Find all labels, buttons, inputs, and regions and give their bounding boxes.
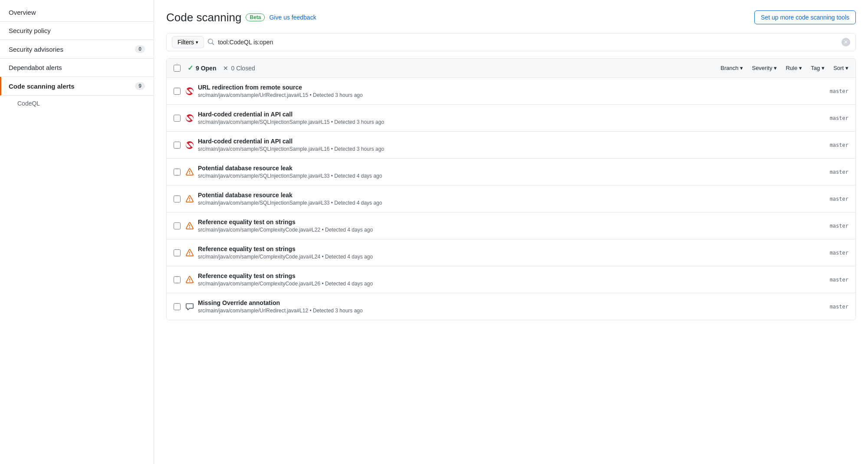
feedback-link[interactable]: Give us feedback [269, 14, 316, 21]
sidebar-badge: 9 [135, 82, 145, 90]
sidebar-item-label: Security advisories [9, 46, 63, 53]
title-group: Code scanning Beta Give us feedback [166, 11, 316, 24]
search-input[interactable] [218, 39, 842, 46]
alert-content: Potential database resource leak src/mai… [198, 165, 821, 179]
alert-row[interactable]: URL redirection from remote source src/m… [167, 78, 855, 105]
alert-checkbox[interactable] [174, 276, 181, 283]
alert-row[interactable]: Hard-coded credential in API call src/ma… [167, 105, 855, 132]
alert-meta: src/main/java/com/sample/SQLInjectionSam… [198, 173, 821, 179]
alert-meta: src/main/java/com/sample/SQLInjectionSam… [198, 200, 821, 206]
alert-row[interactable]: Potential database resource leak src/mai… [167, 159, 855, 186]
sidebar-item-label: Dependabot alerts [9, 64, 62, 71]
app-layout: OverviewSecurity policySecurity advisori… [0, 0, 868, 464]
alert-content: Missing Override annotation src/main/jav… [198, 299, 821, 314]
main-content: Code scanning Beta Give us feedback Set … [154, 0, 868, 464]
alert-content: Hard-coded credential in API call src/ma… [198, 111, 821, 125]
alert-severity-icon [186, 276, 194, 284]
select-all-checkbox[interactable] [174, 65, 181, 72]
alert-severity-icon [186, 303, 194, 311]
alert-branch: master [821, 88, 848, 94]
clear-search-button[interactable]: ✕ [842, 38, 850, 46]
alert-severity-icon [186, 87, 194, 95]
alert-checkbox[interactable] [174, 222, 181, 229]
alerts-container: ✓ 9 Open ✕ 0 Closed Branch ▾ Severity [166, 58, 856, 320]
alert-checkbox[interactable] [174, 169, 181, 176]
alert-branch: master [821, 115, 848, 121]
alert-severity-icon [186, 222, 194, 230]
alert-content: Potential database resource leak src/mai… [198, 192, 821, 206]
chevron-down-icon: ▾ [196, 40, 198, 45]
filters-button[interactable]: Filters ▾ [172, 36, 204, 48]
alert-severity-icon [186, 141, 194, 149]
alert-row[interactable]: Hard-coded credential in API call src/ma… [167, 132, 855, 159]
sort-label: Sort [833, 65, 844, 71]
alert-title: Potential database resource leak [198, 165, 821, 172]
sidebar-item-label: Code scanning alerts [9, 83, 75, 90]
alert-row[interactable]: Missing Override annotation src/main/jav… [167, 293, 855, 320]
sidebar-item-overview[interactable]: Overview [0, 3, 154, 22]
alerts-filters: Branch ▾ Severity ▾ Rule ▾ Tag ▾ [720, 65, 848, 71]
sidebar-item-code-scanning-alerts[interactable]: Code scanning alerts9 [0, 77, 154, 96]
alert-meta: src/main/java/com/sample/ComplexityCode.… [198, 227, 821, 233]
sidebar-item-label: Security policy [9, 27, 51, 34]
branch-filter[interactable]: Branch ▾ [720, 65, 743, 71]
alert-content: Reference equality test on strings src/m… [198, 219, 821, 233]
sidebar-item-codeql[interactable]: CodeQL [0, 96, 154, 111]
sidebar-item-dependabot-alerts[interactable]: Dependabot alerts [0, 59, 154, 77]
tag-filter[interactable]: Tag ▾ [811, 65, 825, 71]
closed-count[interactable]: ✕ 0 Closed [223, 65, 255, 72]
alert-title: URL redirection from remote source [198, 84, 821, 91]
alert-meta: src/main/java/com/sample/ComplexityCode.… [198, 254, 821, 260]
branch-label: Branch [720, 65, 738, 71]
alert-title: Reference equality test on strings [198, 245, 821, 252]
alert-checkbox[interactable] [174, 249, 181, 256]
alert-content: Reference equality test on strings src/m… [198, 272, 821, 287]
alert-branch: master [821, 250, 848, 256]
alert-title: Hard-coded credential in API call [198, 111, 821, 118]
main-header: Code scanning Beta Give us feedback Set … [166, 10, 856, 24]
open-count: ✓ 9 Open [187, 64, 216, 72]
alert-severity-icon [186, 168, 194, 176]
alert-branch: master [821, 277, 848, 283]
alert-title: Missing Override annotation [198, 299, 821, 306]
alert-row[interactable]: Reference equality test on strings src/m… [167, 212, 855, 239]
branch-chevron-icon: ▾ [740, 65, 743, 71]
severity-filter[interactable]: Severity ▾ [752, 65, 777, 71]
alert-branch: master [821, 169, 848, 175]
sidebar-item-security-policy[interactable]: Security policy [0, 22, 154, 40]
filters-label: Filters [178, 39, 194, 46]
rule-chevron-icon: ▾ [799, 65, 802, 71]
alert-checkbox[interactable] [174, 142, 181, 149]
sort-chevron-icon: ▾ [845, 65, 848, 71]
sidebar-item-security-advisories[interactable]: Security advisories0 [0, 40, 154, 59]
severity-chevron-icon: ▾ [774, 65, 777, 71]
setup-tools-button[interactable]: Set up more code scanning tools [754, 10, 856, 24]
beta-badge: Beta [246, 13, 265, 21]
search-icon [207, 38, 214, 46]
checkmark-icon: ✓ [187, 64, 193, 72]
alert-checkbox[interactable] [174, 88, 181, 95]
alert-row[interactable]: Potential database resource leak src/mai… [167, 186, 855, 212]
alert-meta: src/main/java/com/sample/ComplexityCode.… [198, 281, 821, 287]
sidebar: OverviewSecurity policySecurity advisori… [0, 0, 154, 464]
alert-row[interactable]: Reference equality test on strings src/m… [167, 266, 855, 293]
sort-filter[interactable]: Sort ▾ [833, 65, 848, 71]
rule-label: Rule [786, 65, 797, 71]
closed-count-label: 0 Closed [231, 65, 255, 72]
page-title: Code scanning [166, 11, 241, 24]
alert-checkbox[interactable] [174, 196, 181, 202]
alert-checkbox[interactable] [174, 115, 181, 122]
alert-severity-icon [186, 195, 194, 203]
sidebar-badge: 0 [135, 45, 145, 53]
search-bar: Filters ▾ ✕ [166, 33, 856, 51]
alert-title: Potential database resource leak [198, 192, 821, 199]
tag-chevron-icon: ▾ [822, 65, 825, 71]
alert-checkbox[interactable] [174, 303, 181, 310]
rule-filter[interactable]: Rule ▾ [786, 65, 802, 71]
alert-content: URL redirection from remote source src/m… [198, 84, 821, 98]
alert-meta: src/main/java/com/sample/UrlRedirect.jav… [198, 308, 821, 314]
alert-row[interactable]: Reference equality test on strings src/m… [167, 239, 855, 266]
alert-meta: src/main/java/com/sample/UrlRedirect.jav… [198, 92, 821, 98]
alerts-header: ✓ 9 Open ✕ 0 Closed Branch ▾ Severity [167, 59, 855, 78]
alert-branch: master [821, 223, 848, 229]
